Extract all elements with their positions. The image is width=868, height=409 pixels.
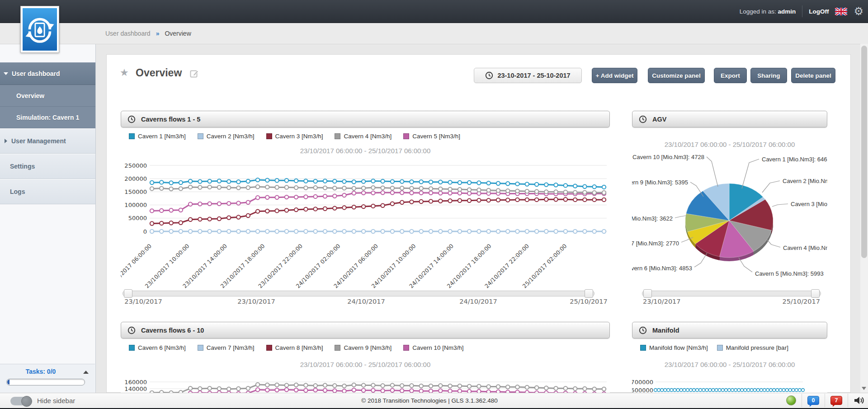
data-point-marker — [169, 221, 173, 225]
favorite-star-icon[interactable]: ★ — [120, 67, 129, 79]
data-point-marker — [400, 389, 404, 392]
logoff-button[interactable]: LogOff — [809, 8, 829, 15]
data-point-marker — [217, 179, 221, 183]
data-point-marker — [420, 230, 423, 233]
add-widget-button[interactable]: + Add widget — [592, 68, 637, 83]
vertical-scrollbar[interactable] — [860, 44, 868, 393]
data-point-marker — [439, 180, 442, 184]
edit-title-icon[interactable] — [190, 69, 199, 80]
data-point-marker — [294, 388, 298, 392]
legend-item[interactable]: Manifold pressure [bar] — [717, 344, 788, 351]
data-point-marker — [400, 191, 404, 194]
data-point-marker — [381, 186, 384, 189]
date-range-button[interactable]: 23-10-2017 - 25-10-2017 — [474, 68, 582, 83]
sidebar-item-overview[interactable]: Overview — [0, 85, 95, 107]
data-point-marker — [420, 389, 423, 393]
data-point-marker — [381, 230, 384, 233]
data-point-marker — [654, 389, 657, 392]
widget-title: Caverns flows 6 - 10 — [141, 327, 204, 334]
data-point-marker — [506, 182, 509, 185]
legend-item[interactable]: Cavern 9 [Nm3/h] — [335, 344, 392, 351]
alerts-badge[interactable]: 7 — [830, 396, 842, 405]
data-point-marker — [246, 201, 250, 204]
legend-item[interactable]: Cavern 8 [Nm3/h] — [266, 344, 323, 351]
widget-header[interactable]: Caverns flows 6 - 10 — [121, 322, 610, 338]
data-point-marker — [487, 385, 491, 388]
export-button[interactable]: Export — [714, 68, 747, 83]
breadcrumb-parent[interactable]: User dashboard — [105, 30, 151, 37]
slider-handle-left[interactable] — [643, 289, 652, 298]
data-point-marker — [769, 389, 773, 392]
sharing-button[interactable]: Sharing — [750, 68, 787, 83]
data-point-marker — [554, 386, 557, 390]
widget-header[interactable]: Caverns flows 1 - 5 — [121, 111, 610, 127]
data-point-marker — [362, 191, 365, 195]
data-point-marker — [314, 384, 317, 387]
data-point-marker — [583, 185, 586, 188]
pie-label-leader-line — [742, 159, 759, 188]
speaker-icon[interactable] — [854, 395, 865, 405]
sidebar-item-user-dashboard[interactable]: User dashboard — [0, 62, 95, 85]
legend-item[interactable]: Cavern 1 [Nm3/h] — [129, 133, 186, 140]
pie-slice-label: Cavern 7 [Mio.Nm3]: 2770 — [632, 240, 679, 247]
pie-slice-label: Cavern 6 [Mio.Nm3]: 4853 — [632, 265, 692, 272]
data-point-marker — [506, 385, 509, 389]
data-point-marker — [795, 389, 798, 392]
legend-label: Cavern 10 [Nm3/h] — [412, 344, 463, 351]
customize-panel-button[interactable]: Customize panel — [648, 68, 705, 83]
time-range-slider[interactable] — [123, 291, 594, 296]
data-point-marker — [265, 388, 269, 392]
tasks-collapse-arrow[interactable] — [83, 371, 89, 374]
sidebar-item-simulation-cavern-1[interactable]: Simulation: Cavern 1 — [0, 107, 95, 128]
slider-handle-right[interactable] — [585, 289, 593, 298]
data-point-marker — [275, 383, 278, 387]
data-point-marker — [189, 185, 192, 189]
widget-header[interactable]: AGV — [632, 111, 827, 127]
caret-down-icon — [4, 72, 8, 75]
data-point-marker — [448, 384, 452, 388]
time-range-slider[interactable] — [642, 291, 821, 296]
x-axis-tick-label: 25/10/2017 02:00:00 — [521, 242, 568, 289]
language-flag-icon[interactable] — [835, 8, 847, 15]
legend-item[interactable]: Cavern 7 [Nm3/h] — [198, 344, 255, 351]
data-point-marker — [477, 181, 481, 184]
slider-handle-left[interactable] — [124, 289, 132, 298]
legend-item[interactable]: Cavern 10 [Nm3/h] — [403, 344, 463, 351]
data-point-marker — [750, 389, 753, 392]
data-point-marker — [208, 179, 212, 183]
topbar-right: Logged in as: admin LogOff ⚙ — [740, 0, 863, 23]
legend-item[interactable]: Cavern 6 [Nm3/h] — [129, 344, 186, 351]
data-point-marker — [285, 208, 288, 212]
data-point-marker — [756, 389, 760, 392]
data-point-marker — [448, 230, 452, 233]
data-point-marker — [779, 389, 782, 392]
data-point-marker — [246, 386, 250, 390]
data-point-marker — [333, 186, 336, 190]
settings-gear-icon[interactable]: ⚙ — [854, 6, 863, 17]
sidebar-item-logs[interactable]: Logs — [0, 179, 95, 204]
data-point-marker — [467, 230, 471, 233]
legend-item[interactable]: Cavern 4 [Nm3/h] — [335, 133, 392, 140]
slider-handle-right[interactable] — [811, 289, 820, 298]
status-led-icon[interactable] — [786, 395, 796, 405]
legend-item[interactable]: Cavern 3 [Nm3/h] — [266, 133, 323, 140]
data-point-marker — [160, 221, 163, 225]
legend-item[interactable]: Cavern 2 [Nm3/h] — [198, 133, 255, 140]
sidebar-item-user-management[interactable]: User Management — [0, 128, 95, 154]
data-point-marker — [371, 179, 375, 183]
legend-swatch — [198, 133, 203, 139]
data-point-marker — [458, 384, 462, 388]
data-point-marker — [429, 384, 433, 388]
widget-header[interactable]: Manifold — [632, 322, 827, 338]
delete-panel-button[interactable]: Delete panel — [791, 68, 835, 83]
scrollbar-thumb[interactable] — [861, 46, 867, 258]
data-point-marker — [448, 389, 452, 393]
scrollbar-down-arrow[interactable] — [862, 387, 866, 390]
legend-label: Cavern 7 [Nm3/h] — [207, 344, 255, 351]
info-badge[interactable]: 0 — [807, 396, 819, 405]
legend-item[interactable]: Manifold flow [Nm3/h] — [640, 344, 708, 351]
sidebar-item-settings[interactable]: Settings — [0, 154, 95, 179]
data-point-marker — [198, 230, 202, 233]
data-point-marker — [198, 185, 202, 189]
legend-item[interactable]: Cavern 5 [Nm3/h] — [403, 133, 460, 140]
